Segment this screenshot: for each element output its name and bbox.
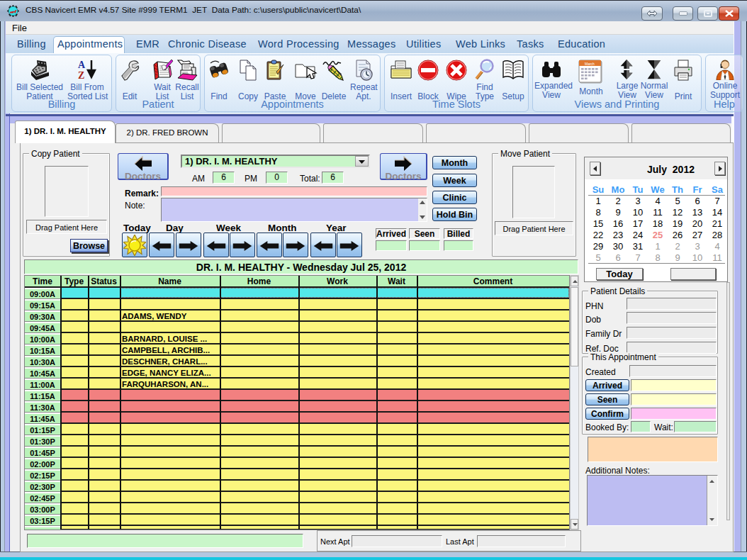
svg-text:Z: Z: [78, 70, 84, 81]
svg-text:A: A: [78, 60, 86, 70]
svg-text:March: March: [585, 62, 595, 66]
